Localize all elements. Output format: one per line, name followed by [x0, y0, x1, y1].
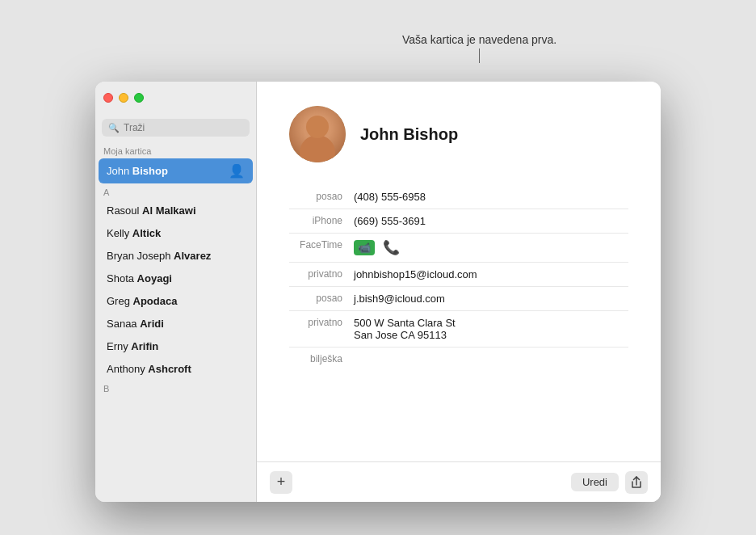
- main-content: John Bishop posao (408) 555-6958 iPhone …: [257, 82, 661, 502]
- avatar: [289, 106, 346, 162]
- minimize-button[interactable]: [119, 93, 128, 103]
- close-button[interactable]: [103, 93, 113, 103]
- field-row-facetime: FaceTime 📹 📞: [289, 234, 628, 263]
- field-value-facetime: 📹 📞: [354, 234, 628, 263]
- field-label-work-phone: posao: [289, 185, 354, 209]
- field-value-iphone[interactable]: (669) 555-3691: [354, 209, 628, 234]
- contact-name: Kelly Altick: [107, 227, 161, 239]
- person-icon: 👤: [229, 163, 245, 179]
- field-value-work-email[interactable]: j.bish9@icloud.com: [354, 287, 628, 311]
- last-name: Bishop: [132, 165, 168, 177]
- sidebar-item-rasoul[interactable]: Rasoul Al Malkawi: [99, 200, 253, 221]
- section-b: B: [95, 381, 256, 395]
- contact-header: John Bishop: [289, 106, 628, 162]
- edit-button[interactable]: Uredi: [571, 473, 619, 491]
- sidebar: 🔍 Moja kartica John Bishop 👤: [95, 82, 257, 502]
- field-row-address: privatno 500 W Santa Clara StSan Jose CA…: [289, 311, 628, 348]
- field-row-note: bilješka: [289, 348, 628, 371]
- sidebar-item-john-bishop[interactable]: John Bishop 👤: [99, 158, 253, 183]
- contact-detail: John Bishop posao (408) 555-6958 iPhone …: [257, 82, 661, 461]
- fields-table: posao (408) 555-6958 iPhone (669) 555-36…: [289, 185, 628, 370]
- contact-full-name: John Bishop: [360, 125, 458, 144]
- field-label-iphone: iPhone: [289, 209, 354, 234]
- contact-name: Rasoul Al Malkawi: [107, 204, 196, 217]
- app-window: 🔍 Moja kartica John Bishop 👤: [95, 82, 661, 502]
- field-row-iphone: iPhone (669) 555-3691: [289, 209, 628, 234]
- facetime-video-button[interactable]: 📹: [354, 240, 375, 255]
- search-input[interactable]: [124, 122, 243, 133]
- titlebar: [95, 82, 256, 114]
- contact-name: Anthony Ashcroft: [107, 363, 191, 375]
- contact-name: Sanaa Aridi: [107, 318, 164, 330]
- facetime-icons: 📹 📞: [354, 239, 628, 256]
- share-button[interactable]: [625, 471, 648, 494]
- tooltip-container: Vaša kartica je navedena prva.: [402, 33, 556, 63]
- bottom-bar: + Uredi: [257, 461, 661, 502]
- contact-name: Erny Arifin: [107, 340, 158, 352]
- field-value-work-phone[interactable]: (408) 555-6958: [354, 185, 628, 209]
- share-icon: [631, 476, 642, 489]
- tooltip-line: [479, 48, 480, 63]
- field-label-facetime: FaceTime: [289, 234, 354, 263]
- field-label-address: privatno: [289, 311, 354, 348]
- field-row-work-phone: posao (408) 555-6958: [289, 185, 628, 209]
- field-label-note: bilješka: [289, 348, 354, 371]
- field-label-private-email: privatno: [289, 263, 354, 287]
- contact-name: Shota Aoyagi: [107, 272, 172, 284]
- section-a: A: [95, 184, 256, 199]
- contact-list: John Bishop 👤 A Rasoul Al Malkawi: [95, 158, 256, 502]
- sidebar-item-erny[interactable]: Erny Arifin: [99, 335, 253, 357]
- search-bar[interactable]: 🔍: [102, 119, 250, 137]
- first-name: John: [107, 165, 132, 177]
- sidebar-item-greg[interactable]: Greg Apodaca: [99, 290, 253, 312]
- sidebar-item-bryan[interactable]: Bryan Joseph Alvarez: [99, 245, 253, 267]
- right-buttons: Uredi: [571, 471, 648, 494]
- field-value-note: [354, 348, 628, 371]
- sidebar-item-anthony[interactable]: Anthony Ashcroft: [99, 358, 253, 380]
- field-label-work-email: posao: [289, 287, 354, 311]
- sidebar-item-kelly[interactable]: Kelly Altick: [99, 222, 253, 244]
- contact-name: John Bishop: [107, 165, 168, 177]
- tooltip-text: Vaša kartica je navedena prva.: [402, 33, 556, 46]
- contact-name: Bryan Joseph Alvarez: [107, 250, 211, 262]
- field-value-private-email[interactable]: johnbishop15@icloud.com: [354, 263, 628, 287]
- field-value-address[interactable]: 500 W Santa Clara StSan Jose CA 95113: [354, 311, 628, 348]
- sidebar-item-sanaa[interactable]: Sanaa Aridi: [99, 313, 253, 335]
- sidebar-item-shota[interactable]: Shota Aoyagi: [99, 268, 253, 289]
- field-row-work-email: posao j.bish9@icloud.com: [289, 287, 628, 311]
- field-row-private-email: privatno johnbishop15@icloud.com: [289, 263, 628, 287]
- contact-name: Greg Apodaca: [107, 295, 177, 307]
- add-contact-button[interactable]: +: [270, 471, 292, 494]
- my-card-label: Moja kartica: [95, 143, 256, 158]
- maximize-button[interactable]: [134, 93, 144, 103]
- facetime-phone-button[interactable]: 📞: [383, 239, 400, 256]
- search-icon: 🔍: [108, 123, 120, 133]
